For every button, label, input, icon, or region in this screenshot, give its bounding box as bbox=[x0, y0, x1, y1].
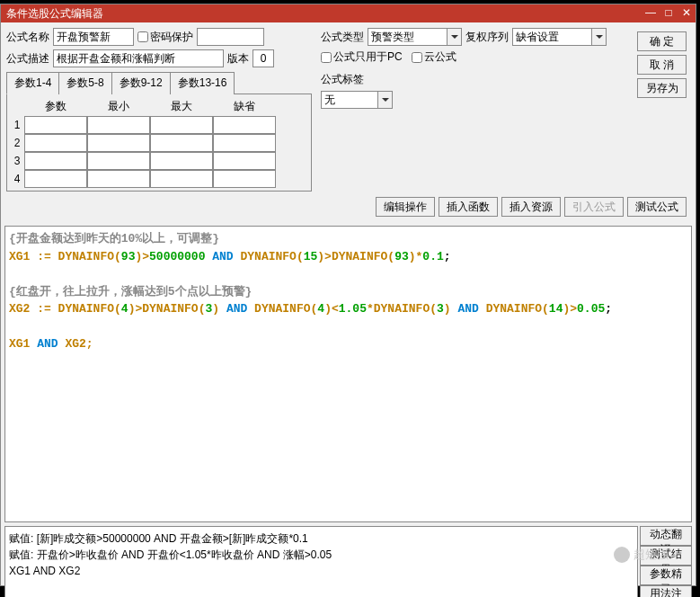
tab-params-1-4[interactable]: 参数1-4 bbox=[6, 72, 59, 94]
adjust-seq-select[interactable]: 缺省设置 bbox=[512, 28, 607, 46]
param-cell[interactable] bbox=[150, 170, 213, 188]
param-cell[interactable] bbox=[87, 116, 150, 134]
tab-params-9-12[interactable]: 参数9-12 bbox=[111, 72, 171, 94]
formula-type-label: 公式类型 bbox=[321, 30, 364, 45]
param-cell[interactable] bbox=[150, 134, 213, 152]
tab-params-5-8[interactable]: 参数5-8 bbox=[58, 72, 111, 94]
chevron-down-icon bbox=[447, 29, 461, 45]
chevron-down-icon bbox=[377, 92, 392, 108]
close-button[interactable]: ✕ bbox=[678, 4, 696, 22]
param-cell[interactable] bbox=[213, 170, 276, 188]
password-input[interactable] bbox=[197, 28, 264, 46]
param-header-default: 缺省 bbox=[213, 97, 276, 116]
code-editor[interactable]: {开盘金额达到昨天的10%以上，可调整} XG1 := DYNAINFO(93)… bbox=[4, 226, 692, 522]
import-formula-button[interactable]: 引入公式 bbox=[564, 197, 624, 217]
output-panel: 赋值: [新]昨成交额>50000000 AND 开盘金额>[新]昨成交额*0.… bbox=[4, 526, 638, 597]
confirm-button[interactable]: 确 定 bbox=[637, 31, 687, 51]
usage-note-button[interactable]: 用法注释 bbox=[640, 585, 692, 597]
dynamic-translate-button[interactable]: 动态翻译 bbox=[640, 526, 692, 546]
output-line: 赋值: [新]昨成交额>50000000 AND 开盘金额>[新]昨成交额*0.… bbox=[9, 530, 634, 547]
insert-resource-button[interactable]: 插入资源 bbox=[501, 197, 561, 217]
cancel-button[interactable]: 取 消 bbox=[637, 55, 687, 75]
test-formula-button[interactable]: 测试公式 bbox=[627, 197, 687, 217]
cloud-formula-checkbox[interactable]: 云公式 bbox=[412, 49, 456, 65]
param-header-max: 最大 bbox=[150, 97, 213, 116]
param-cell[interactable] bbox=[24, 116, 87, 134]
param-cell[interactable] bbox=[213, 134, 276, 152]
param-grid: 参数 最小 最大 缺省 1 2 3 4 bbox=[6, 94, 312, 192]
param-wizard-button[interactable]: 参数精灵 bbox=[640, 566, 692, 585]
test-result-button[interactable]: 测试结果 bbox=[640, 546, 692, 566]
edit-operation-button[interactable]: 编辑操作 bbox=[376, 197, 435, 217]
chevron-down-icon bbox=[591, 29, 606, 45]
param-cell[interactable] bbox=[87, 134, 150, 152]
param-header-min: 最小 bbox=[87, 97, 150, 116]
adjust-seq-label: 复权序列 bbox=[465, 30, 509, 45]
param-cell[interactable] bbox=[87, 170, 150, 188]
param-cell[interactable] bbox=[24, 152, 87, 170]
param-cell[interactable] bbox=[24, 134, 87, 152]
password-protect-checkbox[interactable]: 密码保护 bbox=[137, 30, 193, 45]
formula-editor-window: 条件选股公式编辑器 — □ ✕ 公式名称 密码保护 公式描述 bbox=[0, 4, 696, 586]
pc-only-checkbox[interactable]: 公式只用于PC bbox=[321, 49, 403, 65]
version-label: 版本 bbox=[227, 51, 249, 67]
formula-name-input[interactable] bbox=[53, 28, 134, 46]
insert-function-button[interactable]: 插入函数 bbox=[439, 197, 498, 217]
formula-tag-select[interactable]: 无 bbox=[321, 91, 393, 109]
param-cell[interactable] bbox=[150, 152, 213, 170]
param-cell[interactable] bbox=[87, 152, 150, 170]
maximize-button[interactable]: □ bbox=[660, 4, 678, 22]
output-line: 赋值: 开盘价>昨收盘价 AND 开盘价<1.05*昨收盘价 AND 涨幅>0.… bbox=[9, 547, 634, 563]
param-cell[interactable] bbox=[150, 116, 213, 134]
formula-desc-label: 公式描述 bbox=[6, 51, 49, 67]
formula-tag-label: 公式标签 bbox=[321, 72, 364, 87]
version-input[interactable] bbox=[253, 49, 274, 67]
formula-type-select[interactable]: 预警类型 bbox=[368, 28, 462, 46]
param-cell[interactable] bbox=[213, 116, 276, 134]
titlebar[interactable]: 条件选股公式编辑器 — □ ✕ bbox=[1, 4, 696, 22]
window-title: 条件选股公式编辑器 bbox=[6, 6, 103, 22]
minimize-button[interactable]: — bbox=[642, 4, 660, 22]
output-line: XG1 AND XG2 bbox=[9, 563, 634, 579]
formula-desc-input[interactable] bbox=[53, 49, 224, 67]
formula-name-label: 公式名称 bbox=[6, 30, 49, 45]
tab-params-13-16[interactable]: 参数13-16 bbox=[170, 72, 235, 94]
save-as-button[interactable]: 另存为 bbox=[637, 78, 687, 98]
param-cell[interactable] bbox=[213, 152, 276, 170]
param-header-name: 参数 bbox=[24, 97, 87, 116]
param-cell[interactable] bbox=[24, 170, 87, 188]
